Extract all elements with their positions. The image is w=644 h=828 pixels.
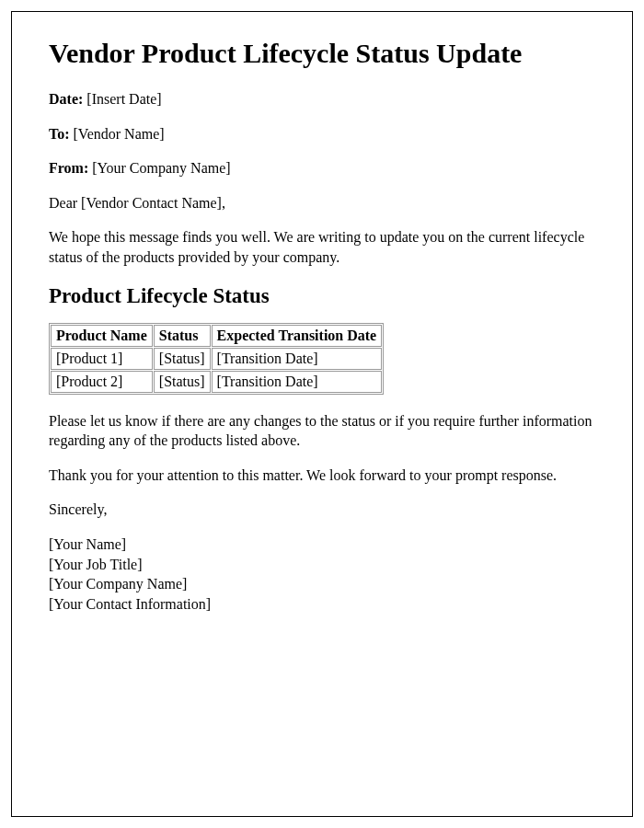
body-paragraph-2: Please let us know if there are any chan… [49, 411, 595, 451]
signature-contact: [Your Contact Information] [49, 594, 595, 615]
header-product-name: Product Name [51, 325, 153, 347]
table-header-row: Product Name Status Expected Transition … [51, 325, 382, 347]
table-row: [Product 1] [Status] [Transition Date] [51, 348, 382, 370]
closing: Sincerely, [49, 500, 595, 520]
cell-product-name: [Product 1] [51, 348, 153, 370]
from-line: From: [Your Company Name] [49, 158, 595, 178]
header-status: Status [154, 325, 211, 347]
date-line: Date: [Insert Date] [49, 89, 595, 109]
signature-company: [Your Company Name] [49, 574, 595, 594]
date-label: Date: [49, 91, 83, 107]
to-value: [Vendor Name] [70, 126, 165, 142]
cell-transition-date: [Transition Date] [212, 348, 383, 370]
signature-title: [Your Job Title] [49, 555, 595, 575]
document-title: Vendor Product Lifecycle Status Update [49, 38, 595, 69]
from-label: From: [49, 160, 88, 176]
document-page: Vendor Product Lifecycle Status Update D… [11, 11, 633, 817]
status-table: Product Name Status Expected Transition … [49, 323, 384, 395]
header-transition-date: Expected Transition Date [212, 325, 383, 347]
cell-product-name: [Product 2] [51, 371, 153, 393]
signature-block: [Your Name] [Your Job Title] [Your Compa… [49, 535, 595, 614]
date-value: [Insert Date] [83, 91, 161, 107]
table-row: [Product 2] [Status] [Transition Date] [51, 371, 382, 393]
signature-name: [Your Name] [49, 535, 595, 555]
to-label: To: [49, 126, 70, 142]
from-value: [Your Company Name] [88, 160, 230, 176]
section-heading: Product Lifecycle Status [49, 284, 595, 308]
to-line: To: [Vendor Name] [49, 124, 595, 144]
salutation: Dear [Vendor Contact Name], [49, 193, 595, 213]
cell-status: [Status] [154, 348, 211, 370]
intro-paragraph: We hope this message finds you well. We … [49, 227, 595, 267]
cell-transition-date: [Transition Date] [212, 371, 383, 393]
cell-status: [Status] [154, 371, 211, 393]
body-paragraph-3: Thank you for your attention to this mat… [49, 466, 595, 486]
